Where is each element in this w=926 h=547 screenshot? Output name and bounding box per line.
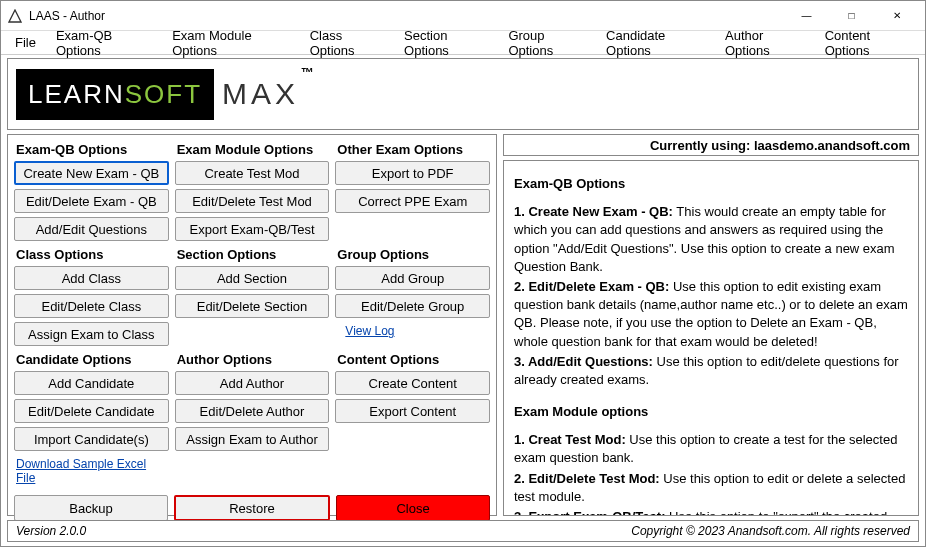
add-section-button[interactable]: Add Section (175, 266, 330, 290)
menu-section-options[interactable]: Section Options (394, 25, 498, 61)
edit-delete-candidate-button[interactable]: Edit/Delete Candidate (14, 399, 169, 423)
add-group-button[interactable]: Add Group (335, 266, 490, 290)
edit-delete-test-mod-button[interactable]: Edit/Delete Test Mod (175, 189, 330, 213)
menu-candidate-options[interactable]: Candidate Options (596, 25, 715, 61)
edit-delete-exam-qb-button[interactable]: Edit/Delete Exam - QB (14, 189, 169, 213)
help-item-6-title: 3. Export Exam-QB/Test: (514, 509, 665, 516)
menubar: File Exam-QB Options Exam Module Options… (1, 31, 925, 55)
bottom-row: Backup Restore Close (14, 489, 490, 523)
content-title: Content Options (337, 352, 490, 367)
edit-delete-author-button[interactable]: Edit/Delete Author (175, 399, 330, 423)
version-label: Version 2.0.0 (16, 524, 86, 538)
copyright-label: Copyright © 2023 Anandsoft.com. All righ… (631, 524, 910, 538)
create-new-exam-qb-button[interactable]: Create New Exam - QB (14, 161, 169, 185)
menu-exam-module-options[interactable]: Exam Module Options (162, 25, 300, 61)
candidate-title: Candidate Options (16, 352, 169, 367)
help-item-1-title: 1. Create New Exam - QB: (514, 204, 673, 219)
logo-area: LEARNSOFT MAX ™ (7, 58, 919, 130)
assign-exam-to-author-button[interactable]: Assign Exam to Author (175, 427, 330, 451)
edit-delete-group-button[interactable]: Edit/Delete Group (335, 294, 490, 318)
section-title: Section Options (177, 247, 330, 262)
close-button[interactable]: Close (336, 495, 490, 521)
logo-tm: ™ (301, 65, 314, 80)
class-title: Class Options (16, 247, 169, 262)
help-heading-exammod: Exam Module options (514, 403, 908, 421)
view-log-link[interactable]: View Log (343, 320, 490, 342)
menu-group-options[interactable]: Group Options (498, 25, 596, 61)
exammod-title: Exam Module Options (177, 142, 330, 157)
right-panel: Currently using: laasdemo.anandsoft.com … (503, 134, 919, 516)
add-edit-questions-button[interactable]: Add/Edit Questions (14, 217, 169, 241)
assign-exam-to-class-button[interactable]: Assign Exam to Class (14, 322, 169, 346)
help-item-4-title: 1. Creat Test Mod: (514, 432, 626, 447)
menu-author-options[interactable]: Author Options (715, 25, 815, 61)
edit-delete-section-button[interactable]: Edit/Delete Section (175, 294, 330, 318)
help-box[interactable]: Exam-QB Options 1. Create New Exam - QB:… (503, 160, 919, 516)
other-title: Other Exam Options (337, 142, 490, 157)
export-content-button[interactable]: Export Content (335, 399, 490, 423)
create-content-button[interactable]: Create Content (335, 371, 490, 395)
currently-using-label: Currently using: laasdemo.anandsoft.com (503, 134, 919, 156)
add-candidate-button[interactable]: Add Candidate (14, 371, 169, 395)
edit-delete-class-button[interactable]: Edit/Delete Class (14, 294, 169, 318)
author-title: Author Options (177, 352, 330, 367)
examqb-title: Exam-QB Options (16, 142, 169, 157)
content-row: Exam-QB Options Create New Exam - QB Edi… (7, 134, 919, 516)
help-item-5-title: 2. Edit/Delete Test Mod: (514, 471, 660, 486)
logo-learn-text: LEARN (28, 79, 125, 109)
left-panel: Exam-QB Options Create New Exam - QB Edi… (7, 134, 497, 516)
window-title: LAAS - Author (29, 9, 105, 23)
restore-button[interactable]: Restore (174, 495, 330, 521)
logo-soft-text: SOFT (125, 79, 202, 109)
menu-file[interactable]: File (5, 32, 46, 53)
export-exam-qb-test-button[interactable]: Export Exam-QB/Test (175, 217, 330, 241)
menu-exam-qb-options[interactable]: Exam-QB Options (46, 25, 162, 61)
logo-learnsoft: LEARNSOFT (16, 69, 214, 120)
add-class-button[interactable]: Add Class (14, 266, 169, 290)
app-icon (7, 8, 23, 24)
help-item-3-title: 3. Add/Edit Questions: (514, 354, 653, 369)
menu-class-options[interactable]: Class Options (300, 25, 394, 61)
statusbar: Version 2.0.0 Copyright © 2023 Anandsoft… (7, 520, 919, 542)
import-candidates-button[interactable]: Import Candidate(s) (14, 427, 169, 451)
download-sample-excel-link[interactable]: Download Sample Excel File (14, 453, 169, 489)
menu-content-options[interactable]: Content Options (815, 25, 921, 61)
help-heading-examqb: Exam-QB Options (514, 175, 908, 193)
add-author-button[interactable]: Add Author (175, 371, 330, 395)
logo-max: MAX (222, 77, 299, 111)
help-item-6-body: Use this option to "export" the created (665, 509, 887, 516)
backup-button[interactable]: Backup (14, 495, 168, 521)
app-window: LAAS - Author — □ ✕ File Exam-QB Options… (0, 0, 926, 547)
correct-ppe-exam-button[interactable]: Correct PPE Exam (335, 189, 490, 213)
create-test-mod-button[interactable]: Create Test Mod (175, 161, 330, 185)
help-item-2-title: 2. Edit/Delete Exam - QB: (514, 279, 669, 294)
group-title: Group Options (337, 247, 490, 262)
export-to-pdf-button[interactable]: Export to PDF (335, 161, 490, 185)
